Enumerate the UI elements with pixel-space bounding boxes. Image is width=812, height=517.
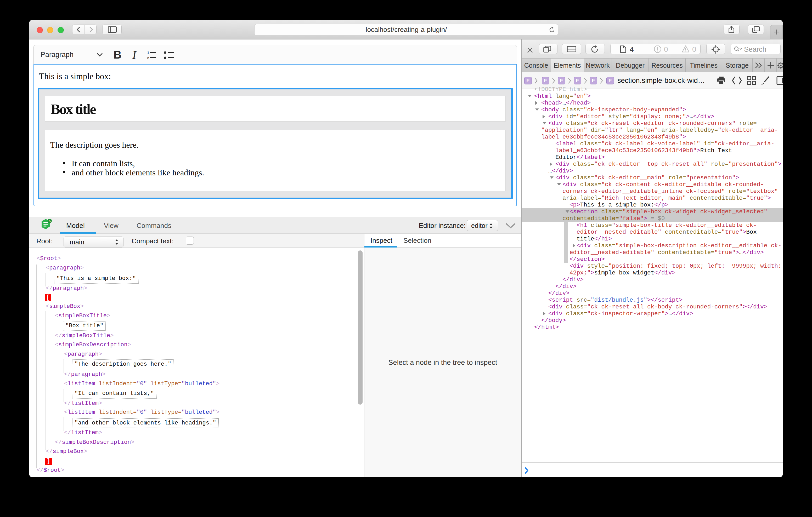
svg-text:1: 1: [147, 51, 149, 55]
svg-text:5: 5: [49, 219, 51, 223]
svg-text:2: 2: [147, 56, 149, 60]
